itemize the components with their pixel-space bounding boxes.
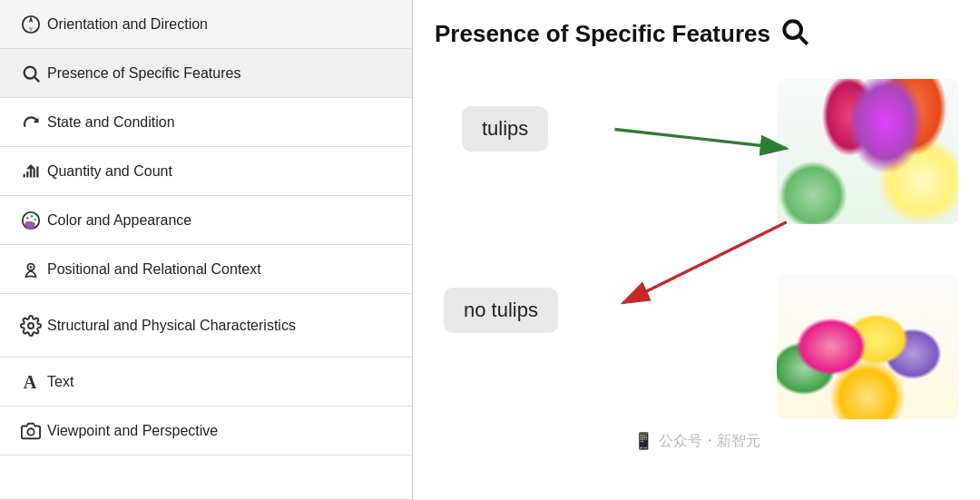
- palette-icon: [15, 211, 47, 230]
- title-search-icon: [779, 16, 808, 52]
- nav-item-structural[interactable]: Structural and Physical Characteristics: [0, 294, 412, 358]
- page-title: Presence of Specific Features: [435, 20, 770, 48]
- nav-item-state[interactable]: State and Condition: [0, 98, 412, 147]
- pin-icon: [15, 260, 47, 279]
- nav-label-structural: Structural and Physical Characteristics: [47, 317, 296, 334]
- page-title-area: Presence of Specific Features: [435, 16, 958, 52]
- nav-label-color: Color and Appearance: [47, 211, 191, 229]
- label-tulips: tulips: [462, 106, 548, 152]
- nav-label-viewpoint: Viewpoint and Perspective: [47, 422, 218, 439]
- nav-label-positional: Positional and Relational Context: [47, 260, 261, 278]
- image-without-tulips: [777, 274, 958, 419]
- nav-item-viewpoint[interactable]: Viewpoint and Perspective: [0, 407, 412, 456]
- search-icon: [15, 64, 47, 83]
- left-nav-panel: Orientation and Direction Presence of Sp…: [0, 0, 413, 500]
- nav-label-orientation: Orientation and Direction: [47, 15, 208, 33]
- svg-point-20: [784, 21, 801, 38]
- svg-point-3: [24, 66, 36, 78]
- nav-label-text: Text: [47, 373, 74, 390]
- nav-item-quantity[interactable]: Quantity and Count: [0, 147, 412, 196]
- refresh-icon: [15, 113, 47, 132]
- svg-line-24: [614, 129, 786, 148]
- nav-item-orientation[interactable]: Orientation and Direction: [0, 0, 412, 49]
- nav-label-presence: Presence of Specific Features: [47, 64, 240, 82]
- sort-icon: [15, 162, 47, 181]
- nav-item-positional[interactable]: Positional and Relational Context: [0, 245, 412, 294]
- wechat-icon: 📱: [633, 431, 653, 451]
- watermark: 📱 公众号・新智元: [633, 431, 760, 451]
- svg-text:A: A: [24, 372, 37, 392]
- svg-point-13: [34, 218, 36, 221]
- right-content-panel: Presence of Specific Features tulips no …: [413, 0, 980, 500]
- svg-line-25: [623, 222, 787, 303]
- compass-icon: [15, 15, 47, 34]
- text-icon: A: [15, 372, 47, 392]
- svg-point-17: [28, 323, 34, 328]
- image-with-tulips: [777, 79, 958, 224]
- nav-item-color[interactable]: Color and Appearance: [0, 196, 412, 245]
- nav-item-text[interactable]: A Text: [0, 358, 412, 407]
- label-no-tulips: no tulips: [444, 288, 558, 333]
- svg-point-19: [27, 428, 34, 435]
- svg-point-16: [30, 265, 33, 268]
- svg-line-4: [34, 77, 39, 82]
- gear-icon: [15, 315, 47, 337]
- svg-point-12: [31, 215, 34, 218]
- svg-line-21: [800, 37, 808, 44]
- svg-point-11: [26, 216, 29, 219]
- diagram-area: tulips no tulips: [435, 79, 958, 478]
- nav-label-quantity: Quantity and Count: [47, 162, 172, 180]
- camera-icon: [15, 421, 47, 441]
- nav-item-presence[interactable]: Presence of Specific Features: [0, 49, 412, 98]
- nav-label-state: State and Condition: [47, 113, 175, 131]
